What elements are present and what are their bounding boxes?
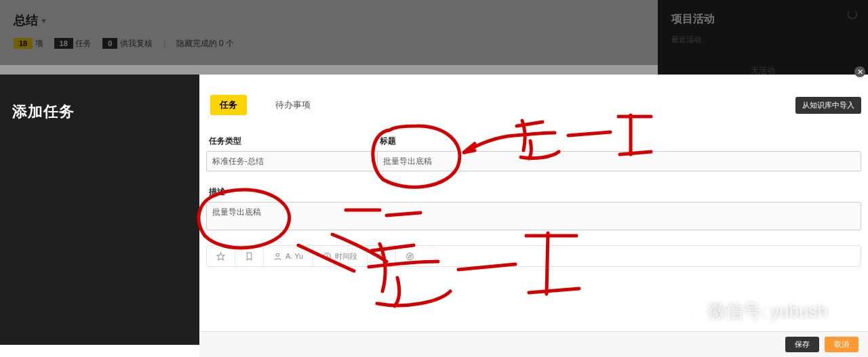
task-title-input[interactable] [377, 151, 861, 171]
compass-icon[interactable] [396, 246, 424, 266]
eye-icon[interactable] [368, 246, 396, 266]
save-button[interactable]: 保存 [785, 337, 819, 352]
close-icon[interactable]: ✕ [854, 66, 865, 77]
bookmark-icon[interactable] [235, 246, 264, 266]
import-from-kb-button[interactable]: 从知识库中导入 [795, 97, 861, 114]
svg-point-4 [407, 253, 414, 259]
tab-todo[interactable]: 待办事项 [266, 95, 320, 115]
task-desc-label: 描述 [206, 186, 861, 198]
task-type-select[interactable] [206, 151, 377, 171]
svg-point-3 [380, 255, 382, 257]
svg-point-1 [276, 253, 279, 256]
wechat-icon [685, 303, 704, 320]
svg-marker-0 [217, 253, 224, 260]
assignee-picker[interactable]: A. Yu [264, 246, 313, 266]
meta-bar: A. Yu 时间段 [206, 245, 861, 267]
modal-tabs: 任务 待办事项 从知识库中导入 [206, 95, 861, 115]
cancel-button[interactable]: 取消 [825, 337, 859, 352]
modal-sidebar: 添加任务 [0, 75, 199, 357]
modal-footer: 保存 取消 [199, 331, 868, 357]
star-icon[interactable] [207, 246, 235, 266]
task-desc-input[interactable] [206, 202, 861, 230]
assignee-name: A. Yu [285, 252, 303, 260]
timespan-picker[interactable]: 时间段 [313, 246, 368, 266]
modal-title: 添加任务 [12, 102, 187, 122]
timespan-label: 时间段 [335, 251, 357, 261]
task-title-label: 标题 [377, 135, 861, 147]
tab-task[interactable]: 任务 [210, 95, 247, 115]
task-type-label: 任务类型 [206, 135, 377, 147]
watermark: 微信号: yubush [685, 299, 827, 323]
